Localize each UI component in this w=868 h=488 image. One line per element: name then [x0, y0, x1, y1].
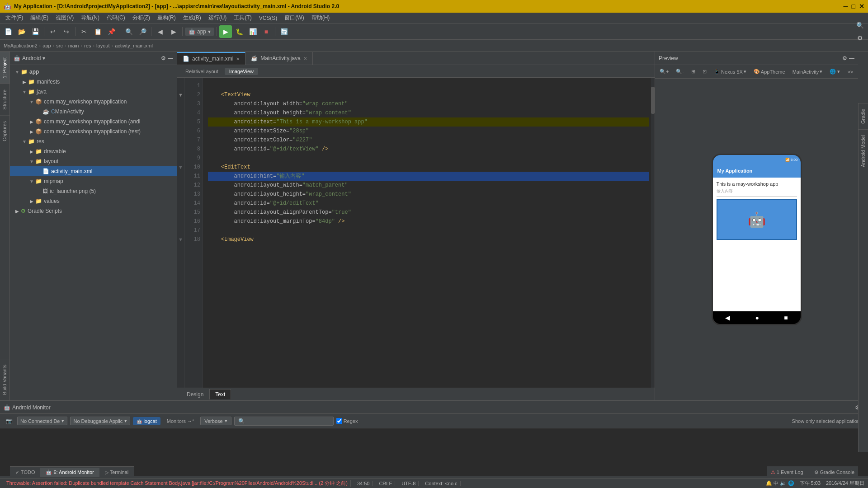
- tree-item-values[interactable]: ▶ 📁 values: [10, 196, 177, 206]
- zoom-in-icon[interactable]: 🔍+: [657, 68, 671, 75]
- expand-arrow-gradle[interactable]: ▶: [14, 209, 21, 214]
- locale-selector[interactable]: 🌐 ▾: [827, 68, 843, 75]
- save-button[interactable]: 💾: [29, 25, 42, 38]
- app-dropdown[interactable]: No Debuggable Applic ▾: [70, 417, 130, 425]
- breadcrumb-app[interactable]: app: [42, 43, 51, 48]
- structure-tab[interactable]: Structure: [0, 84, 9, 115]
- stop-button[interactable]: ■: [260, 25, 273, 38]
- redo-button[interactable]: ↪: [60, 25, 73, 38]
- todo-tab[interactable]: ✓ TODO: [10, 468, 40, 477]
- expand-arrow-manifests[interactable]: ▶: [21, 80, 28, 84]
- scrollbar[interactable]: [651, 78, 655, 388]
- app-selector[interactable]: 🤖 app ▾: [185, 28, 214, 36]
- copy-button[interactable]: 📋: [91, 25, 104, 38]
- device-selector[interactable]: 📱 Nexus 5X ▾: [711, 68, 749, 75]
- tree-item-com2[interactable]: ▶ 📦 com.may_workshop.myapplication (andi: [10, 117, 177, 127]
- expand-arrow-app[interactable]: ▼: [14, 70, 21, 75]
- close-tab-activity-main[interactable]: ✕: [236, 56, 240, 61]
- tree-item-mainactivity[interactable]: ▶ ☕ C MainActivity: [10, 107, 177, 117]
- menu-help[interactable]: 帮助(H): [308, 13, 334, 23]
- tree-item-mipmap[interactable]: ▼ 📁 mipmap: [10, 176, 177, 186]
- build-variants-tab[interactable]: Build Variants: [0, 359, 9, 400]
- expand-arrow-com3[interactable]: ▶: [28, 129, 35, 134]
- settings-icon[interactable]: ⚙: [161, 55, 166, 61]
- code-editor[interactable]: ▼ ▼ ▼ 12345 678910: [177, 78, 655, 388]
- menu-vcs[interactable]: VCS(S): [255, 14, 281, 22]
- preview-minimize-icon[interactable]: —: [849, 55, 854, 61]
- menu-navigate[interactable]: 导航(N): [77, 13, 103, 23]
- expand-arrow-java[interactable]: ▼: [21, 89, 28, 94]
- debug-button[interactable]: 🐛: [233, 25, 245, 38]
- gradle-sync-button[interactable]: 🔄: [278, 25, 290, 38]
- breadcrumb-myapp[interactable]: MyApplication2: [4, 43, 38, 48]
- captures-tab[interactable]: Captures: [0, 115, 9, 147]
- menu-refactor[interactable]: 重构(R): [154, 13, 179, 23]
- regex-checkbox[interactable]: [336, 418, 342, 424]
- activity-selector[interactable]: MainActivity ▾: [790, 68, 826, 75]
- menu-tools[interactable]: 工具(T): [230, 13, 255, 23]
- back-button[interactable]: ◀: [154, 25, 166, 38]
- undo-button[interactable]: ↩: [47, 25, 59, 38]
- paste-button[interactable]: 📌: [105, 25, 118, 38]
- breadcrumb-layout[interactable]: layout: [96, 43, 109, 48]
- menu-code[interactable]: 代码(C): [103, 13, 129, 23]
- open-button[interactable]: 📂: [15, 25, 28, 38]
- run-button[interactable]: ▶: [219, 25, 232, 38]
- text-tab[interactable]: Text: [209, 389, 231, 399]
- tab-mainactivity[interactable]: ☕ MainActivity.java ✕: [245, 52, 312, 65]
- tree-item-res[interactable]: ▼ 📁 res: [10, 136, 177, 146]
- expand-arrow-layout[interactable]: ▼: [28, 159, 35, 164]
- menu-window[interactable]: 窗口(W): [281, 13, 307, 23]
- subtab-imageview[interactable]: ImageView: [225, 68, 258, 75]
- tree-item-ic-launcher[interactable]: ▶ 🖼 ic_launcher.png (5): [10, 186, 177, 196]
- expand-arrow-mipmap[interactable]: ▼: [28, 179, 35, 184]
- menu-run[interactable]: 运行(U): [205, 13, 231, 23]
- tree-item-java[interactable]: ▼ 📁 java: [10, 87, 177, 97]
- zoom-out-icon[interactable]: 🔍-: [673, 68, 687, 75]
- cut-button[interactable]: ✂: [78, 25, 90, 38]
- zoom-fit-icon[interactable]: ⊡: [700, 68, 709, 75]
- global-search-button[interactable]: 🔍: [854, 19, 866, 32]
- camera-button[interactable]: 📷: [4, 416, 14, 427]
- more-button[interactable]: >>: [844, 68, 856, 75]
- logcat-tab[interactable]: 🤖 logcat: [133, 417, 160, 425]
- tree-item-drawable[interactable]: ▶ 📁 drawable: [10, 146, 177, 156]
- tree-item-gradle-scripts[interactable]: ▶ ⚙ Gradle Scripts: [10, 206, 177, 216]
- breadcrumb-main[interactable]: main: [68, 43, 79, 48]
- breadcrumb-file[interactable]: activity_main.xml: [115, 43, 153, 48]
- device-dropdown[interactable]: No Connected De ▾: [17, 417, 67, 425]
- tree-item-com3[interactable]: ▶ 📦 com.may_workshop.myapplication (test…: [10, 127, 177, 136]
- expand-arrow-com2[interactable]: ▶: [28, 119, 35, 124]
- log-search-box[interactable]: 🔍: [234, 417, 334, 426]
- zoom-actual-icon[interactable]: ⊞: [689, 68, 698, 75]
- menu-view[interactable]: 视图(V): [52, 13, 77, 23]
- settings-button[interactable]: ⚙: [854, 32, 866, 44]
- close-button[interactable]: ✕: [859, 3, 864, 10]
- project-tab[interactable]: 1: Project: [0, 52, 9, 84]
- design-tab[interactable]: Design: [181, 389, 209, 400]
- forward-button[interactable]: ▶: [167, 25, 180, 38]
- breadcrumb-res[interactable]: res: [84, 43, 91, 48]
- search-button[interactable]: 🔍: [123, 25, 135, 38]
- verbose-dropdown[interactable]: Verbose ▾: [200, 417, 231, 425]
- terminal-tab[interactable]: ▷ Terminal: [99, 468, 134, 477]
- expand-arrow-res[interactable]: ▼: [21, 139, 28, 144]
- menu-build[interactable]: 生成(B): [179, 13, 205, 23]
- search2-button[interactable]: 🔎: [136, 25, 149, 38]
- tree-item-app[interactable]: ▼ 📁 app: [10, 67, 177, 77]
- profile-button[interactable]: 📊: [246, 25, 259, 38]
- preview-settings-icon[interactable]: ⚙: [842, 55, 847, 61]
- regex-checkbox-area[interactable]: Regex: [336, 418, 358, 424]
- minimize-panel-icon[interactable]: —: [168, 55, 173, 61]
- minimize-button[interactable]: ─: [844, 3, 848, 10]
- breadcrumb-src[interactable]: src: [56, 43, 63, 48]
- gradle-console-tab[interactable]: ⚙ Gradle Console: [811, 468, 859, 477]
- code-text[interactable]: <TextView android:layout_width="wrap_con…: [203, 78, 655, 388]
- maximize-button[interactable]: □: [852, 3, 855, 10]
- tree-item-layout[interactable]: ▼ 📁 layout: [10, 156, 177, 166]
- tab-activity-main[interactable]: 📄 activity_main.xml ✕: [177, 52, 245, 65]
- tree-item-com1[interactable]: ▼ 📦 com.may_workshop.myapplication: [10, 97, 177, 107]
- close-tab-mainactivity[interactable]: ✕: [303, 56, 307, 61]
- subtab-relativelayout[interactable]: RelativeLayout: [181, 68, 223, 75]
- android-model-tab[interactable]: Android Model: [859, 129, 868, 173]
